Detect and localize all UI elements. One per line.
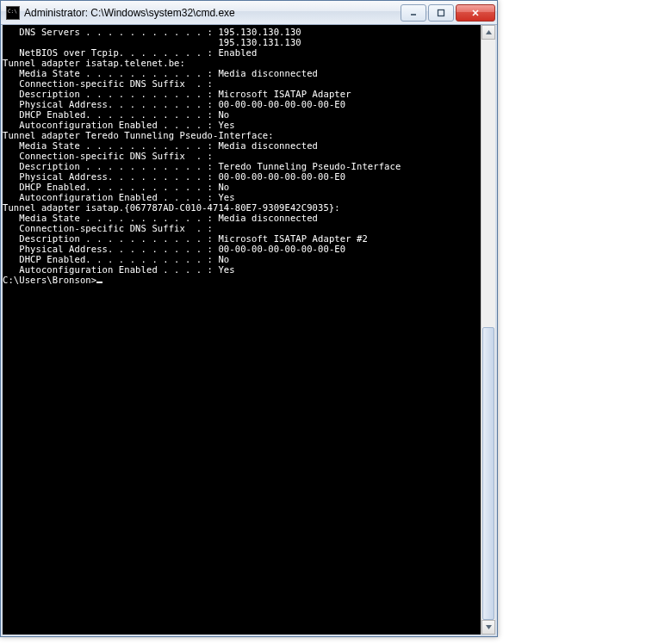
svg-marker-4 [486, 30, 492, 34]
a3-phys-label: Physical Address. . . . . . . . . : [3, 244, 218, 254]
dns-server-2: 195.130.131.130 [218, 37, 301, 47]
a1-phys-label: Physical Address. . . . . . . . . : [3, 99, 218, 109]
a2-phys-label: Physical Address. . . . . . . . . : [3, 171, 218, 182]
close-button[interactable] [456, 4, 495, 22]
adapter2-header: Tunnel adapter Teredo Tunneling Pseudo-I… [3, 130, 481, 140]
scroll-thumb[interactable] [482, 327, 494, 620]
a3-dhcp-val: No [218, 254, 229, 264]
a3-auto-val: Yes [218, 264, 234, 275]
a2-desc-label: Description . . . . . . . . . . . : [3, 161, 218, 171]
dns-servers-label: DNS Servers . . . . . . . . . . . : [3, 27, 218, 37]
a1-desc-label: Description . . . . . . . . . . . : [3, 89, 218, 99]
window-title: Administrator: C:\Windows\system32\cmd.e… [24, 7, 399, 19]
a3-dhcp-label: DHCP Enabled. . . . . . . . . . . : [3, 254, 218, 264]
cmd-icon [6, 6, 20, 20]
a1-dhcp-val: No [218, 109, 229, 120]
a3-media-label: Media State . . . . . . . . . . . : [3, 213, 218, 223]
a2-desc-val: Teredo Tunneling Pseudo-Interface [218, 161, 401, 171]
a3-desc-val: Microsoft ISATAP Adapter #2 [218, 233, 367, 244]
cursor-icon [96, 275, 102, 283]
a2-dhcp-label: DHCP Enabled. . . . . . . . . . . : [3, 182, 218, 192]
svg-rect-1 [438, 9, 444, 15]
a3-auto-label: Autoconfiguration Enabled . . . . : [3, 264, 218, 275]
vertical-scrollbar[interactable] [481, 25, 495, 635]
a1-media-val: Media disconnected [218, 68, 318, 78]
adapter3-header: Tunnel adapter isatap.{067787AD-C010-471… [3, 202, 481, 213]
a3-media-val: Media disconnected [218, 213, 318, 223]
cmd-window: Administrator: C:\Windows\system32\cmd.e… [0, 0, 498, 637]
prompt: C:\Users\Bronson> [3, 275, 96, 285]
a2-dhcp-val: No [218, 182, 229, 192]
a1-suffix: Connection-specific DNS Suffix . : [3, 78, 481, 89]
a1-media-label: Media State . . . . . . . . . . . : [3, 68, 218, 78]
a2-suffix: Connection-specific DNS Suffix . : [3, 151, 481, 161]
adapter1-header: Tunnel adapter isatap.telenet.be: [3, 58, 481, 68]
scroll-up-button[interactable] [481, 25, 495, 40]
a2-phys-val: 00-00-00-00-00-00-00-E0 [218, 171, 345, 182]
a1-dhcp-label: DHCP Enabled. . . . . . . . . . . : [3, 109, 218, 120]
titlebar[interactable]: Administrator: C:\Windows\system32\cmd.e… [1, 1, 497, 25]
netbios-value: Enabled [218, 47, 257, 58]
a2-auto-val: Yes [218, 192, 234, 202]
client-area: DNS Servers . . . . . . . . . . . : 195.… [1, 25, 497, 636]
dns-server-1: 195.130.130.130 [218, 27, 301, 37]
minimize-button[interactable] [401, 4, 426, 22]
a3-desc-label: Description . . . . . . . . . . . : [3, 233, 218, 244]
svg-marker-5 [486, 625, 492, 629]
dns-pad [3, 37, 218, 47]
a2-media-label: Media State . . . . . . . . . . . : [3, 140, 218, 151]
a3-suffix: Connection-specific DNS Suffix . : [3, 223, 481, 233]
window-controls [399, 4, 495, 22]
a1-desc-val: Microsoft ISATAP Adapter [218, 89, 351, 99]
a3-phys-val: 00-00-00-00-00-00-00-E0 [218, 244, 345, 254]
a2-media-val: Media disconnected [218, 140, 318, 151]
a1-phys-val: 00-00-00-00-00-00-00-E0 [218, 99, 345, 109]
netbios-label: NetBIOS over Tcpip. . . . . . . . : [3, 47, 218, 58]
scroll-track[interactable] [481, 40, 495, 620]
a1-auto-val: Yes [218, 120, 234, 130]
maximize-button[interactable] [428, 4, 454, 22]
a1-auto-label: Autoconfiguration Enabled . . . . : [3, 120, 218, 130]
scroll-down-button[interactable] [481, 620, 495, 635]
a2-auto-label: Autoconfiguration Enabled . . . . : [3, 192, 218, 202]
terminal-output[interactable]: DNS Servers . . . . . . . . . . . : 195.… [3, 25, 481, 635]
